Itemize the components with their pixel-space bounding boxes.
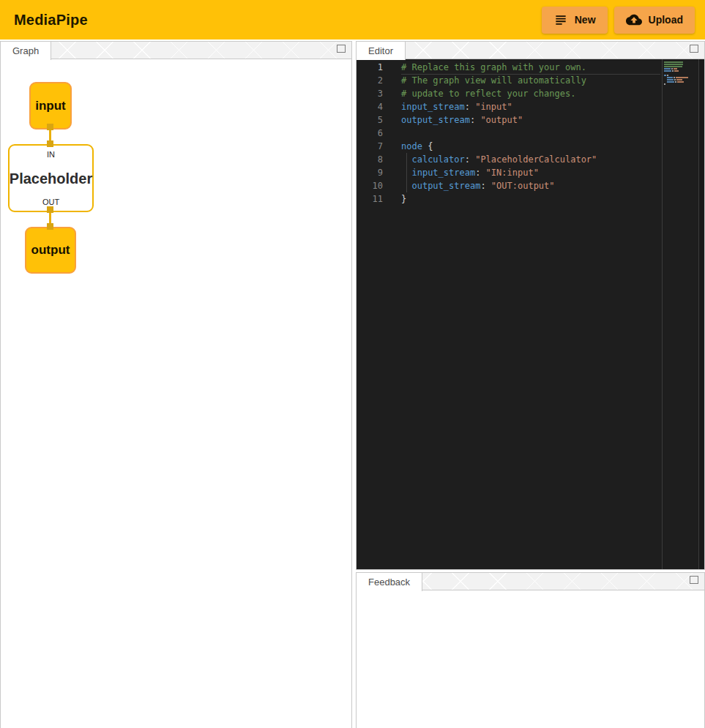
connector-dot-icon <box>47 140 53 147</box>
editor-code[interactable]: 1# Replace this graph with your own.2# T… <box>357 59 704 569</box>
connector-dot-icon <box>47 206 53 213</box>
graph-tabstrip: Graph <box>1 42 351 59</box>
placeholder-in-port-label: IN <box>47 151 55 159</box>
upload-button-label: Upload <box>649 14 683 26</box>
graph-node-output-label: output <box>31 243 70 258</box>
main-area: Graph input IN Placeholder OUT output <box>0 40 705 728</box>
code-line[interactable]: 3# update to reflect your changes. <box>357 87 704 100</box>
feedback-maximize-icon[interactable] <box>690 576 698 584</box>
tab-editor-label: Editor <box>368 45 393 56</box>
line-text: output_stream: "OUT:output" <box>401 179 555 192</box>
line-text: input_stream: "IN:input" <box>401 166 539 179</box>
code-line[interactable]: 10 output_stream: "OUT:output" <box>357 179 704 192</box>
graph-canvas[interactable]: input IN Placeholder OUT output <box>1 59 351 728</box>
line-number: 1 <box>357 61 383 74</box>
line-text: # update to reflect your changes. <box>401 87 575 100</box>
editor-maximize-icon[interactable] <box>690 45 698 53</box>
line-text: node { <box>401 140 433 153</box>
line-number: 9 <box>357 166 383 179</box>
line-number: 5 <box>357 113 383 127</box>
editor-body: 1# Replace this graph with your own.2# T… <box>357 59 704 569</box>
minimap-content <box>664 61 695 85</box>
new-button[interactable]: New <box>542 7 608 34</box>
line-number: 10 <box>357 179 383 192</box>
code-line[interactable]: 7node { <box>357 140 704 153</box>
graph-panel: Graph input IN Placeholder OUT output <box>0 41 352 728</box>
cloud-upload-icon <box>626 12 642 28</box>
editor-scrollbar[interactable] <box>698 59 704 569</box>
line-number: 6 <box>357 127 383 140</box>
editor-tabstrip: Editor <box>357 42 704 59</box>
line-text: # The graph view will automatically <box>401 74 586 87</box>
line-number: 4 <box>357 100 383 113</box>
code-line[interactable]: 2# The graph view will automatically <box>357 74 704 87</box>
graph-node-placeholder-label: Placeholder <box>10 170 92 187</box>
line-number: 11 <box>357 192 383 206</box>
graph-node-input[interactable]: input <box>29 82 72 130</box>
tab-editor[interactable]: Editor <box>357 42 406 60</box>
tab-graph-label: Graph <box>12 45 39 56</box>
app-header: MediaPipe New Upload <box>0 0 705 40</box>
app-title: MediaPipe <box>14 12 88 29</box>
graph-node-output[interactable]: output <box>25 227 76 274</box>
new-button-label: New <box>575 14 596 26</box>
line-text: output_stream: "output" <box>401 113 523 127</box>
line-number: 2 <box>357 74 383 87</box>
line-number: 3 <box>357 87 383 100</box>
editor-minimap[interactable] <box>662 59 695 569</box>
tab-feedback[interactable]: Feedback <box>357 573 422 591</box>
tab-graph[interactable]: Graph <box>1 42 51 60</box>
placeholder-out-port-label: OUT <box>42 198 59 206</box>
graph-maximize-icon[interactable] <box>337 45 346 53</box>
subject-icon <box>553 12 568 27</box>
line-text: input_stream: "input" <box>401 100 512 113</box>
line-number: 8 <box>357 153 383 166</box>
tab-feedback-label: Feedback <box>368 577 410 588</box>
connector-dot-icon <box>47 223 53 230</box>
line-text: } <box>401 192 406 206</box>
line-number: 7 <box>357 140 383 153</box>
code-line[interactable]: 4input_stream: "input" <box>357 100 704 113</box>
code-line[interactable]: 5output_stream: "output" <box>357 113 704 127</box>
feedback-panel: Feedback <box>356 572 705 728</box>
header-actions: New Upload <box>542 7 695 34</box>
code-line[interactable]: 6 <box>357 127 704 140</box>
code-line[interactable]: 8 calculator: "PlaceholderCalculator" <box>357 153 704 166</box>
line-text: calculator: "PlaceholderCalculator" <box>401 153 597 166</box>
graph-node-placeholder[interactable]: IN Placeholder OUT <box>8 144 94 212</box>
feedback-body <box>357 590 704 728</box>
code-line[interactable]: 9 input_stream: "IN:input" <box>357 166 704 179</box>
upload-button[interactable]: Upload <box>614 7 695 34</box>
code-line[interactable]: 1# Replace this graph with your own. <box>357 61 704 74</box>
graph-node-input-label: input <box>35 99 66 113</box>
editor-panel: Editor 1# Replace this graph with your o… <box>356 41 705 570</box>
line-text: # Replace this graph with your own. <box>401 61 586 74</box>
connector-dot-icon <box>47 124 53 130</box>
feedback-tabstrip: Feedback <box>357 573 704 590</box>
code-line[interactable]: 11} <box>357 192 704 206</box>
